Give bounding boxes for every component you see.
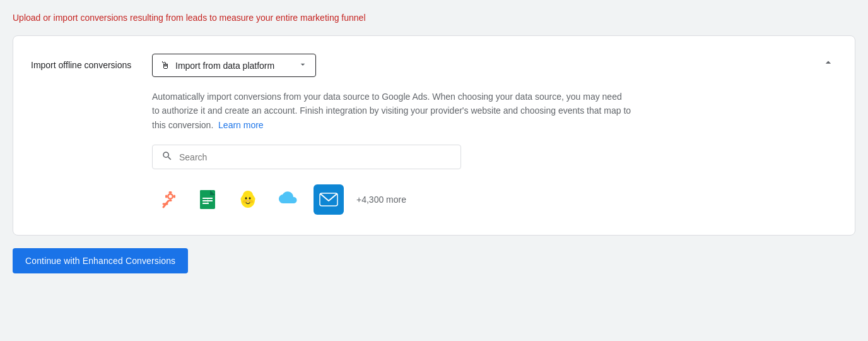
- platform-icons-row: +4,300 more: [152, 184, 819, 215]
- search-icon: [161, 150, 173, 164]
- campaigner-icon-container[interactable]: [314, 184, 344, 215]
- more-platforms-text: +4,300 more: [356, 194, 406, 205]
- svg-point-20: [245, 197, 247, 200]
- svg-rect-5: [173, 195, 175, 198]
- svg-rect-9: [200, 190, 210, 209]
- learn-more-link[interactable]: Learn more: [218, 120, 264, 130]
- svg-point-1: [169, 195, 172, 198]
- google-sheets-icon-container[interactable]: [192, 184, 223, 215]
- collapse-button[interactable]: [819, 54, 837, 71]
- svg-rect-13: [208, 198, 208, 204]
- import-card: Import offline conversions 🖱 Import from…: [13, 35, 855, 236]
- dropdown-label: Import from data platform: [175, 61, 274, 71]
- svg-point-19: [252, 197, 255, 201]
- search-container: [152, 145, 461, 169]
- continue-enhanced-conversions-button[interactable]: Continue with Enhanced Conversions: [13, 248, 188, 273]
- chevron-down-icon: [298, 59, 308, 71]
- description-text: Automatically import conversions from yo…: [152, 90, 631, 132]
- cloud-icon-container[interactable]: [273, 184, 303, 215]
- svg-point-18: [241, 197, 244, 201]
- svg-rect-2: [169, 191, 172, 193]
- import-label: Import offline conversions: [31, 54, 132, 70]
- mailchimp-icon-container[interactable]: [233, 184, 263, 215]
- svg-point-17: [243, 191, 253, 200]
- hubspot-icon-container[interactable]: [152, 184, 182, 215]
- cursor-icon: 🖱: [160, 60, 170, 71]
- search-input[interactable]: [179, 152, 452, 162]
- page-header: Upload or import conversions resulting f…: [13, 10, 855, 25]
- svg-rect-4: [165, 195, 167, 198]
- svg-point-21: [249, 197, 251, 200]
- svg-point-22: [247, 200, 249, 201]
- import-platform-dropdown[interactable]: 🖱 Import from data platform: [152, 54, 316, 77]
